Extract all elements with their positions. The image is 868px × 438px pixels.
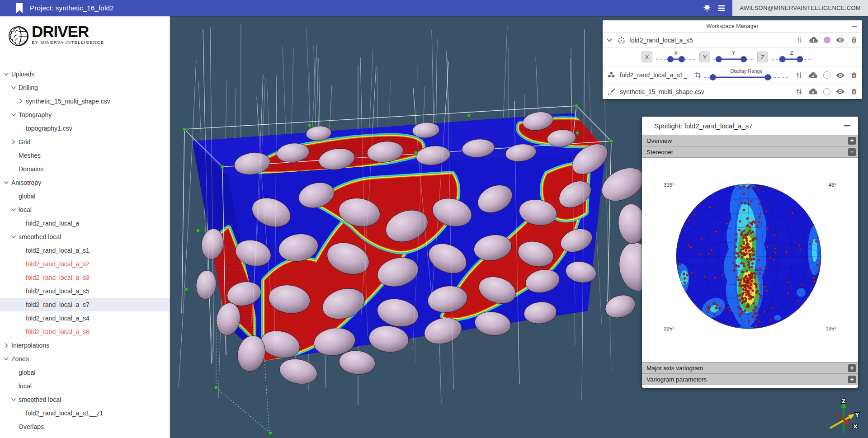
trash-icon[interactable] (849, 36, 859, 45)
stereonet-label-315: 315° (664, 182, 675, 188)
color-swatch[interactable] (824, 37, 830, 43)
tree-item-meshes[interactable]: Meshes (0, 149, 170, 162)
chevron-down-icon[interactable] (11, 207, 16, 212)
tree-item-fold2-rand-local-a-s5[interactable]: fold2_rand_local_a_s5 (0, 284, 170, 298)
tree-item-grid[interactable]: Grid (0, 135, 170, 149)
chevron-right-icon[interactable] (11, 139, 16, 145)
tree-item-label: fold2_rand_local_a_s8 (26, 328, 90, 335)
workspace-row-drilling[interactable]: synthetic_15_multi_shape.csv (603, 84, 862, 99)
spotlight-header: Spotlight: fold2_rand_local_a_s7 (642, 117, 858, 135)
chevron-down-icon[interactable] (4, 71, 9, 77)
tree-item-label: Overlaps (19, 423, 44, 430)
section-label: Overview (646, 137, 672, 144)
axis-chip-y[interactable]: Y (699, 52, 710, 62)
workspace-manager-header: Workspace Manager (603, 20, 862, 33)
visibility-eye-icon[interactable] (835, 87, 844, 96)
tree-item-synthetic-15-multi-shape-csv[interactable]: synthetic_15_multi_shape.csv (0, 94, 170, 108)
tree-item-drilling[interactable]: Drilling (0, 81, 170, 94)
tree-item-topography[interactable]: Topography (0, 108, 170, 122)
x-range-slider[interactable]: X (655, 51, 697, 63)
radio-circle-icon[interactable] (823, 88, 830, 95)
display-range-track[interactable] (703, 74, 789, 82)
display-range-slider[interactable]: Display Range (703, 69, 789, 82)
svg-text:X: X (674, 51, 678, 56)
brain-globe-icon (7, 24, 30, 48)
tree-item-uploads[interactable]: Uploads (0, 67, 170, 81)
tune-icon[interactable] (794, 87, 803, 96)
tree-item-fold2-rand-local-a-s7[interactable]: fold2_rand_local_a_s7 (0, 298, 170, 311)
tree-item-overlaps[interactable]: Overlaps (0, 420, 170, 433)
tree-item-local[interactable]: local (0, 203, 170, 217)
tree-item-smoothed-local[interactable]: smoothed local (0, 393, 170, 406)
cloud-download-icon[interactable] (809, 36, 818, 45)
tree-item-anisotropy[interactable]: Anisotropy (0, 176, 170, 189)
tree-item-label: local (19, 382, 32, 390)
block-model-icon (606, 71, 616, 80)
tree-item-label: fold2_rand_local_a_s1 (26, 247, 90, 254)
axis-chip-x[interactable]: X (642, 52, 652, 62)
section-overview[interactable]: Overview + (642, 135, 858, 146)
tree-item-fold2-rand-local-a-s2[interactable]: fold2_rand_local_a_s2 (0, 257, 170, 271)
cloud-download-icon[interactable] (808, 87, 817, 96)
tree-item-label: fold2_rand_local_a_s3 (26, 274, 90, 281)
tree-item-label: Drilling (19, 84, 38, 91)
tree-item-smoothed-local[interactable]: smoothed local (0, 230, 170, 244)
tree-item-fold2-rand-local-a-s4[interactable]: fold2_rand_local_a_s4 (0, 311, 170, 325)
tree-item-global[interactable]: global (0, 366, 170, 379)
radio-circle-icon[interactable] (823, 71, 830, 79)
tree-item-fold2-rand-local-a-s1[interactable]: fold2_rand_local_a_s1 (0, 244, 170, 257)
chevron-down-icon[interactable] (11, 112, 16, 118)
tree-item-fold2-rand-local-a-s8[interactable]: fold2_rand_local_a_s8 (0, 325, 170, 339)
tree-item-zones[interactable]: Zones (0, 352, 170, 366)
tree-item-label: fold2_rand_local_a_s1__z1 (26, 410, 103, 417)
chevron-right-icon[interactable] (18, 99, 24, 104)
workspace-row-blockmodel[interactable]: fold2_rand_local_a_s1_ Display Range (603, 66, 862, 84)
chevron-down-icon[interactable] (4, 356, 9, 362)
z-range-slider[interactable]: Z (771, 51, 812, 63)
display-range-label: Display Range (730, 69, 763, 74)
tree-item-topography1-csv[interactable]: topography1.csv (0, 122, 170, 135)
tune-icon[interactable] (794, 71, 803, 80)
tree-item-global[interactable]: global (0, 189, 170, 203)
minimize-icon[interactable] (851, 23, 858, 29)
collapse-minus-icon[interactable]: − (848, 148, 856, 156)
minimize-icon[interactable] (844, 122, 851, 129)
tree-item-label: Anisotropy (11, 179, 41, 186)
axis-chip-z[interactable]: Z (757, 52, 768, 62)
trash-icon[interactable] (849, 71, 859, 80)
trash-icon[interactable] (849, 87, 859, 96)
chevron-down-icon[interactable] (11, 234, 16, 240)
expand-plus-icon[interactable]: + (848, 376, 856, 383)
section-major-axis-variogram[interactable]: Major axis variogram + (642, 362, 858, 374)
chevron-down-icon[interactable] (606, 37, 613, 43)
section-variogram-parameters[interactable]: Variogram parameters + (642, 374, 858, 385)
tree-item-interpolations[interactable]: Interpolations (0, 339, 170, 352)
tree-item-label: Domains (19, 165, 43, 173)
lightbulb-icon[interactable] (702, 3, 712, 13)
menu-list-icon[interactable] (717, 3, 726, 13)
tree-item-fold2-rand-local-a-s3[interactable]: fold2_rand_local_a_s3 (0, 271, 170, 284)
workspace-row-label: fold2_rand_local_a_s1_ (620, 71, 687, 79)
account-chip[interactable]: AWILSON@MINERVAINTELLIGENCE.COM (732, 0, 868, 16)
tree-item-fold2-rand-local-a-s1-z1[interactable]: fold2_rand_local_a_s1__z1 (0, 406, 170, 420)
section-stereonet[interactable]: Stereonet − (642, 146, 858, 158)
chevron-down-icon[interactable] (4, 180, 9, 185)
stereonet-label-135: 135° (826, 326, 836, 331)
crop-icon[interactable] (693, 71, 702, 79)
tune-icon[interactable] (795, 36, 804, 45)
tree-item-local[interactable]: local (0, 379, 170, 393)
chevron-right-icon[interactable] (4, 343, 9, 348)
tree-item-domains[interactable]: Domains (0, 162, 170, 176)
workspace-row-anisotropy[interactable]: fold2_rand_local_a_s5 (603, 33, 862, 48)
visibility-eye-icon[interactable] (835, 36, 844, 45)
cloud-download-icon[interactable] (808, 71, 817, 80)
tree-item-label: Interpolations (11, 342, 49, 349)
svg-text:Z: Z (841, 398, 845, 405)
chevron-down-icon[interactable] (11, 397, 16, 402)
expand-plus-icon[interactable]: + (848, 364, 856, 372)
tree-item-fold2-rand-local-a[interactable]: fold2_rand_local_a (0, 217, 170, 230)
visibility-eye-icon[interactable] (835, 71, 844, 80)
y-range-slider[interactable]: Y (713, 51, 755, 63)
chevron-down-icon[interactable] (11, 85, 16, 90)
expand-plus-icon[interactable]: + (848, 137, 856, 145)
